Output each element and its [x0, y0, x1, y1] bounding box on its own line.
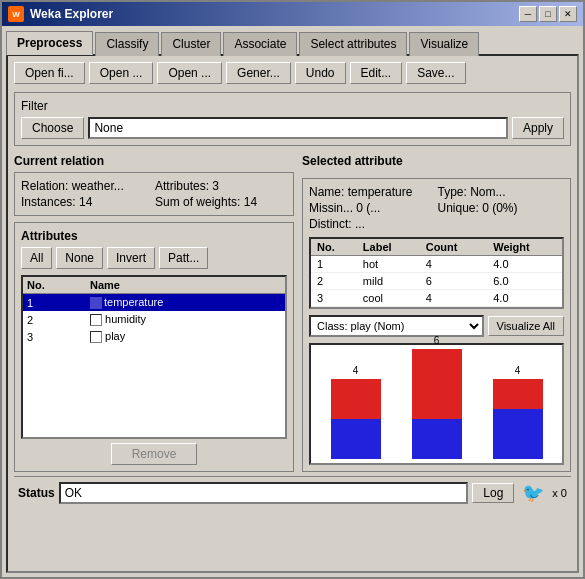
bar-mild-blue	[412, 419, 462, 459]
attr-data-table: No. Label Count Weight 1 hot	[309, 237, 564, 309]
remove-button[interactable]: Remove	[111, 443, 198, 465]
row-weight: 4.0	[487, 290, 562, 307]
app-icon: W	[8, 6, 24, 22]
attr-name-label: Name: temperature	[309, 185, 436, 199]
title-controls: ─ □ ✕	[519, 6, 577, 22]
filter-input[interactable]	[88, 117, 508, 139]
attr-missing-label: Missin... 0 (...	[309, 201, 436, 215]
attr-checkbox[interactable]	[90, 331, 102, 343]
tab-classify[interactable]: Classify	[95, 32, 159, 56]
main-window: W Weka Explorer ─ □ ✕ Preprocess Classif…	[0, 0, 585, 579]
row-label: mild	[357, 273, 420, 290]
status-title: Status	[18, 486, 55, 500]
title-bar: W Weka Explorer ─ □ ✕	[2, 2, 583, 26]
pattern-button[interactable]: Patt...	[159, 247, 208, 269]
attr-info: Name: temperature Type: Nom... Missin...…	[309, 185, 564, 231]
row-no: 3	[311, 290, 357, 307]
bar-cool-label: 4	[515, 365, 521, 376]
table-row[interactable]: 2 humidity	[23, 311, 285, 328]
bar-hot-label: 4	[353, 365, 359, 376]
row-no: 2	[311, 273, 357, 290]
data-col-count: Count	[420, 239, 488, 256]
row-count: 6	[420, 273, 488, 290]
left-panel: Current relation Relation: weather... At…	[14, 154, 294, 472]
instances-label: Instances: 14	[21, 195, 153, 209]
attr-color-box	[90, 297, 102, 309]
tab-bar: Preprocess Classify Cluster Associate Se…	[2, 26, 583, 54]
attr-no: 3	[23, 328, 86, 345]
bar-hot: 4	[331, 379, 381, 459]
open-url-button[interactable]: Open ...	[89, 62, 154, 84]
main-area: Current relation Relation: weather... At…	[14, 154, 571, 472]
tab-preprocess[interactable]: Preprocess	[6, 31, 93, 55]
class-row: Class: play (Nom) Visualize All	[309, 315, 564, 337]
data-col-label: Label	[357, 239, 420, 256]
open-file-button[interactable]: Open fi...	[14, 62, 85, 84]
row-count: 4	[420, 290, 488, 307]
attributes-section: Attributes All None Invert Patt... No.	[14, 222, 294, 472]
attributes-table: No. Name 1 temperature	[21, 275, 287, 439]
generate-button[interactable]: Gener...	[226, 62, 291, 84]
bar-hot-red	[331, 379, 381, 419]
attributes-label: Attributes: 3	[155, 179, 287, 193]
attr-checkbox[interactable]	[90, 314, 102, 326]
tab-select-attributes[interactable]: Select attributes	[299, 32, 407, 56]
attr-name: humidity	[86, 311, 285, 328]
status-bar: Status OK Log 🐦 x 0	[14, 476, 571, 509]
row-label: hot	[357, 256, 420, 273]
tab-visualize[interactable]: Visualize	[409, 32, 479, 56]
class-select[interactable]: Class: play (Nom)	[309, 315, 484, 337]
bar-cool-red	[493, 379, 543, 409]
edit-button[interactable]: Edit...	[350, 62, 403, 84]
bar-mild-label: 6	[434, 335, 440, 346]
table-row[interactable]: 3 play	[23, 328, 285, 345]
table-row[interactable]: 1 temperature	[23, 294, 285, 312]
main-content: Open fi... Open ... Open ... Gener... Un…	[6, 54, 579, 573]
bird-icon: 🐦	[518, 481, 548, 505]
col-name-header: Name	[86, 277, 285, 294]
tab-associate[interactable]: Associate	[223, 32, 297, 56]
attr-name: temperature	[86, 294, 285, 312]
log-button[interactable]: Log	[472, 483, 514, 503]
data-col-no: No.	[311, 239, 357, 256]
chart-area: 4 6	[309, 343, 564, 465]
filter-section: Filter Choose Apply	[14, 92, 571, 146]
attr-unique-label: Unique: 0 (0%)	[438, 201, 565, 215]
x-count: x 0	[552, 487, 567, 499]
status-value: OK	[65, 486, 82, 500]
close-button[interactable]: ✕	[559, 6, 577, 22]
save-button[interactable]: Save...	[406, 62, 465, 84]
none-button[interactable]: None	[56, 247, 103, 269]
choose-button[interactable]: Choose	[21, 117, 84, 139]
row-no: 1	[311, 256, 357, 273]
toolbar: Open fi... Open ... Open ... Gener... Un…	[14, 62, 571, 84]
bar-cool-blue	[493, 409, 543, 459]
sum-weights-label: Sum of weights: 14	[155, 195, 287, 209]
row-weight: 4.0	[487, 256, 562, 273]
filter-row: Choose Apply	[21, 117, 564, 139]
undo-button[interactable]: Undo	[295, 62, 346, 84]
attr-name: play	[86, 328, 285, 345]
apply-button[interactable]: Apply	[512, 117, 564, 139]
attr-distinct-label: Distinct: ...	[309, 217, 436, 231]
visualize-all-button[interactable]: Visualize All	[488, 316, 565, 336]
row-count: 4	[420, 256, 488, 273]
window-title: Weka Explorer	[30, 7, 113, 21]
maximize-button[interactable]: □	[539, 6, 557, 22]
invert-button[interactable]: Invert	[107, 247, 155, 269]
current-relation-section: Current relation Relation: weather... At…	[14, 154, 294, 216]
open-db-button[interactable]: Open ...	[157, 62, 222, 84]
data-row: 2 mild 6 6.0	[311, 273, 562, 290]
row-label: cool	[357, 290, 420, 307]
filter-label: Filter	[21, 99, 564, 113]
data-row: 1 hot 4 4.0	[311, 256, 562, 273]
bar-mild-red	[412, 349, 462, 419]
data-row: 3 cool 4 4.0	[311, 290, 562, 307]
all-button[interactable]: All	[21, 247, 52, 269]
bar-hot-blue	[331, 419, 381, 459]
tab-cluster[interactable]: Cluster	[161, 32, 221, 56]
row-weight: 6.0	[487, 273, 562, 290]
selected-attr-box: Name: temperature Type: Nom... Missin...…	[302, 178, 571, 472]
minimize-button[interactable]: ─	[519, 6, 537, 22]
attributes-title: Attributes	[21, 229, 287, 243]
